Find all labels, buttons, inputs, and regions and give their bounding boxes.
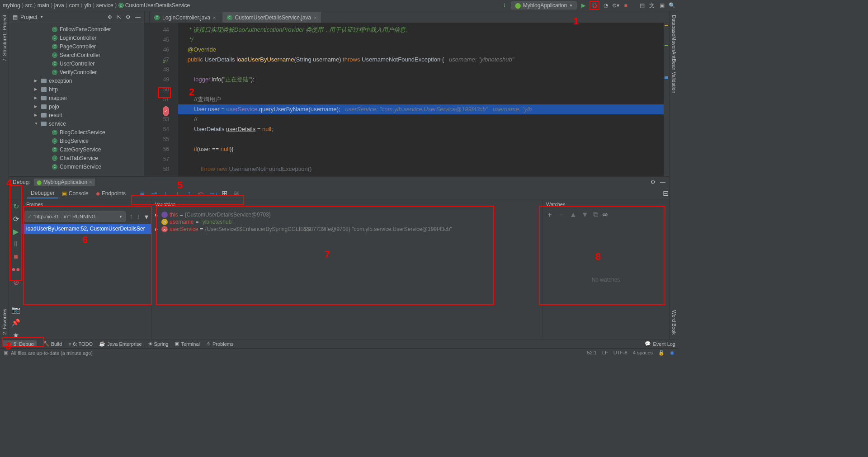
override-gutter-icon[interactable]: o↑ xyxy=(163,57,167,66)
show-exec-point-icon[interactable]: ≡ xyxy=(138,190,146,197)
drop-frame-icon[interactable]: ⤺ xyxy=(197,190,204,197)
gear-icon[interactable]: ⚙ xyxy=(126,14,131,20)
hide-icon[interactable]: — xyxy=(660,179,665,185)
tree-row[interactable]: ▼service xyxy=(9,119,144,128)
run-icon[interactable]: ▶ xyxy=(580,2,587,9)
step-over-icon[interactable]: ⤻ xyxy=(150,190,157,197)
debug-tab[interactable]: ▣Console xyxy=(58,188,92,198)
layout-icon[interactable]: ⊟ xyxy=(662,190,669,197)
collapse-all-icon[interactable]: ⇱ xyxy=(117,14,121,20)
close-icon[interactable]: × xyxy=(213,15,216,20)
filter-icon[interactable]: ▾ xyxy=(142,212,151,221)
tool-window-tab[interactable]: 7: Structure xyxy=(2,36,7,61)
breadcrumb-segment[interactable]: service xyxy=(96,2,113,9)
tree-row[interactable]: CPageController xyxy=(9,42,144,51)
add-watch-icon[interactable]: ＋ xyxy=(546,210,553,220)
rerun-icon[interactable]: ↻ xyxy=(12,202,20,210)
variable-row[interactable]: ▶oouserService = {UserService$$EnhancerB… xyxy=(153,226,540,233)
breadcrumb-segment[interactable]: ylb xyxy=(84,2,91,9)
gear-icon[interactable]: ⚙ xyxy=(651,179,656,185)
tool-window-tab[interactable]: Ant xyxy=(671,51,677,59)
tree-row[interactable]: CBlogCollectService xyxy=(9,128,144,137)
search-icon[interactable]: 🔍 xyxy=(668,2,675,9)
prev-frame-icon[interactable]: ↑ xyxy=(127,212,135,221)
tree-row[interactable]: CFollowFansController xyxy=(9,25,144,33)
step-out-icon[interactable]: ↑ xyxy=(185,190,193,197)
camera-icon[interactable]: 📷 xyxy=(12,306,20,314)
tree-row[interactable]: CBlogService xyxy=(9,137,144,145)
tree-row[interactable]: CCateGoryService xyxy=(9,145,144,154)
step-into-icon[interactable]: ↓ xyxy=(162,190,169,197)
chevron-down-icon[interactable]: ▼ xyxy=(40,15,43,19)
stop-icon[interactable]: ■ xyxy=(622,2,629,9)
tree-row[interactable]: ▶result xyxy=(9,111,144,119)
bottom-tab[interactable]: ≡6: TODO xyxy=(68,341,93,347)
pause-icon[interactable]: ⏸ xyxy=(12,240,20,248)
tree-row[interactable]: ▶http xyxy=(9,85,144,94)
tree-row[interactable]: ▶mapper xyxy=(9,94,144,102)
force-step-into-icon[interactable]: ↓ xyxy=(174,190,181,197)
breadcrumb-segment[interactable]: CustomUserDetailsService xyxy=(125,2,190,9)
bottom-tab[interactable]: ⚠Problems xyxy=(206,341,233,347)
bottom-tab[interactable]: 🔨Build xyxy=(43,341,62,347)
readonly-lock-icon[interactable]: 🔓 xyxy=(658,350,665,356)
locate-icon[interactable]: ✥ xyxy=(108,14,112,20)
variables-list[interactable]: ▶this = {CustomUserDetailsService@9703}p… xyxy=(151,209,542,339)
project-tree[interactable]: CFollowFansControllerCLoginControllerCPa… xyxy=(9,23,144,176)
debug-icon[interactable]: 🐞 xyxy=(591,2,598,9)
breadcrumb-segment[interactable]: src xyxy=(25,2,33,9)
next-frame-icon[interactable]: ↓ xyxy=(135,212,142,221)
code-area[interactable]: * 该接口实现类被DaoAuthenticationProvider 类使用，用… xyxy=(178,23,664,176)
star-icon[interactable]: ★ xyxy=(12,331,20,339)
frames-list[interactable]: loadUserByUsername:52, CustomUserDetails… xyxy=(23,224,151,234)
tool-window-tab[interactable]: 2: Favorites xyxy=(2,309,7,335)
breadcrumb-segment[interactable]: main xyxy=(38,2,49,9)
breakpoints-icon[interactable]: ●● xyxy=(12,265,20,273)
vcs-update-icon[interactable]: ⤓ xyxy=(501,2,508,9)
tree-row[interactable]: ▶exception xyxy=(9,76,144,85)
breadcrumb-segment[interactable]: myblog xyxy=(3,2,20,9)
editor-tab[interactable]: CCustomUserDetailsService.java× xyxy=(222,12,322,23)
glasses-icon[interactable]: ∞ xyxy=(603,211,608,219)
debug-tab[interactable]: ◆Endpoints xyxy=(92,188,129,198)
coverage-icon[interactable]: ◔ xyxy=(602,2,609,9)
close-icon[interactable]: × xyxy=(89,179,92,185)
status-window-icon[interactable]: ▣ xyxy=(4,350,8,356)
trace-icon[interactable]: ≋ xyxy=(232,190,240,197)
hide-icon[interactable]: — xyxy=(135,14,141,20)
layout-icon[interactable]: ▣ xyxy=(658,2,665,9)
tree-row[interactable]: CSearchController xyxy=(9,51,144,59)
breadcrumb-segment[interactable]: com xyxy=(69,2,80,9)
editor-tab[interactable]: CLoginController.java× xyxy=(149,12,221,23)
caret-pos[interactable]: 52:1 xyxy=(587,350,597,356)
thread-selector[interactable]: ✓ "http-nio-81…in": RUNNING ▼ xyxy=(24,211,126,222)
tree-row[interactable]: ▶pojo xyxy=(9,102,144,111)
run-config-selector[interactable]: ⬤ MyblogApplication ▼ xyxy=(511,1,577,9)
tool-window-tab[interactable]: Bean Validation xyxy=(671,59,677,93)
variable-row[interactable]: ▶this = {CustomUserDetailsService@9703} xyxy=(153,211,540,218)
fold-gutter[interactable] xyxy=(172,23,178,176)
bottom-tab[interactable]: ▣Terminal xyxy=(175,341,200,347)
line-ending[interactable]: LF xyxy=(602,350,608,356)
pin-icon[interactable]: 📌 xyxy=(12,318,20,326)
breadcrumb-segment[interactable]: java xyxy=(54,2,64,9)
mute-bp-icon[interactable]: ⊘ xyxy=(12,278,20,286)
tool-window-tab[interactable]: Maven xyxy=(671,36,677,51)
down-icon[interactable]: ▼ xyxy=(581,211,589,219)
bottom-tab[interactable]: ❀Spring xyxy=(148,341,169,347)
tree-row[interactable]: CChatTabService xyxy=(9,154,144,162)
breadcrumb[interactable]: myblog⟩src⟩main⟩java⟩com⟩ylb⟩service⟩CCu… xyxy=(3,2,190,9)
indent[interactable]: 4 spaces xyxy=(633,350,653,356)
stop-icon[interactable]: ■ xyxy=(12,253,20,261)
close-icon[interactable]: × xyxy=(314,15,316,20)
debug-tab[interactable]: Debugger xyxy=(27,188,58,198)
event-log-tab[interactable]: 💬 Event Log xyxy=(645,341,675,347)
stack-frame[interactable]: loadUserByUsername:52, CustomUserDetails… xyxy=(23,224,151,234)
debug-session-tab[interactable]: ⬤ MyblogApplication × xyxy=(34,179,95,186)
line-gutter[interactable]: 444546474849505152535455565758o↑ xyxy=(145,23,172,176)
breakpoint-icon[interactable] xyxy=(163,106,169,116)
remove-watch-icon[interactable]: － xyxy=(558,210,565,220)
tool-window-tab[interactable]: Word Book xyxy=(671,310,677,335)
tree-row[interactable]: CCommentService xyxy=(9,162,144,171)
translate-icon[interactable]: 文 xyxy=(648,2,656,9)
